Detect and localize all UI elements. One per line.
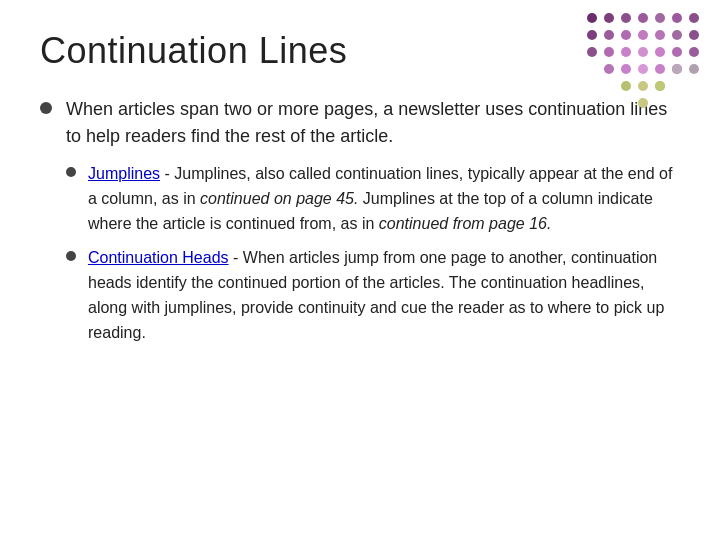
svg-point-6 (689, 13, 699, 23)
svg-point-2 (621, 13, 631, 23)
svg-point-26 (621, 81, 631, 91)
sub-list: Jumplines - Jumplines, also called conti… (66, 162, 680, 346)
svg-point-30 (655, 81, 665, 91)
svg-point-24 (655, 64, 665, 74)
svg-point-20 (689, 47, 699, 57)
svg-point-12 (672, 30, 682, 40)
jumplines-italic-2: continued from page 16. (379, 215, 552, 232)
svg-point-18 (655, 47, 665, 57)
svg-point-19 (672, 47, 682, 57)
svg-point-5 (672, 13, 682, 23)
svg-point-0 (587, 13, 597, 23)
sub-list-item-continuation-heads: Continuation Heads - When articles jump … (66, 246, 680, 345)
svg-point-8 (604, 30, 614, 40)
svg-point-31 (672, 64, 682, 74)
main-paragraph: When articles span two or more pages, a … (66, 99, 667, 146)
svg-point-11 (655, 30, 665, 40)
jumplines-link[interactable]: Jumplines (88, 165, 160, 182)
svg-point-32 (689, 64, 699, 74)
sub-list-item-jumplines: Jumplines - Jumplines, also called conti… (66, 162, 680, 236)
continuation-heads-link[interactable]: Continuation Heads (88, 249, 229, 266)
svg-point-4 (655, 13, 665, 23)
svg-point-9 (621, 30, 631, 40)
sub-text-jumplines: Jumplines - Jumplines, also called conti… (88, 162, 680, 236)
svg-point-21 (604, 64, 614, 74)
svg-point-29 (638, 98, 648, 108)
svg-point-3 (638, 13, 648, 23)
main-list-item: When articles span two or more pages, a … (40, 96, 680, 356)
svg-point-23 (638, 64, 648, 74)
main-list: When articles span two or more pages, a … (40, 96, 680, 356)
svg-point-14 (587, 47, 597, 57)
svg-point-16 (621, 47, 631, 57)
page: Continuation Lines When articles span tw… (0, 0, 720, 540)
sub-bullet-2 (66, 251, 76, 261)
main-item-content: When articles span two or more pages, a … (66, 96, 680, 356)
jumplines-italic-1: continued on page 45. (200, 190, 358, 207)
sub-bullet-1 (66, 167, 76, 177)
svg-point-7 (587, 30, 597, 40)
main-bullet (40, 102, 52, 114)
svg-point-13 (689, 30, 699, 40)
svg-point-1 (604, 13, 614, 23)
svg-point-15 (604, 47, 614, 57)
svg-point-17 (638, 47, 648, 57)
svg-point-27 (638, 81, 648, 91)
decorative-dot-grid (582, 8, 712, 133)
svg-point-10 (638, 30, 648, 40)
svg-point-22 (621, 64, 631, 74)
sub-text-continuation: Continuation Heads - When articles jump … (88, 246, 680, 345)
